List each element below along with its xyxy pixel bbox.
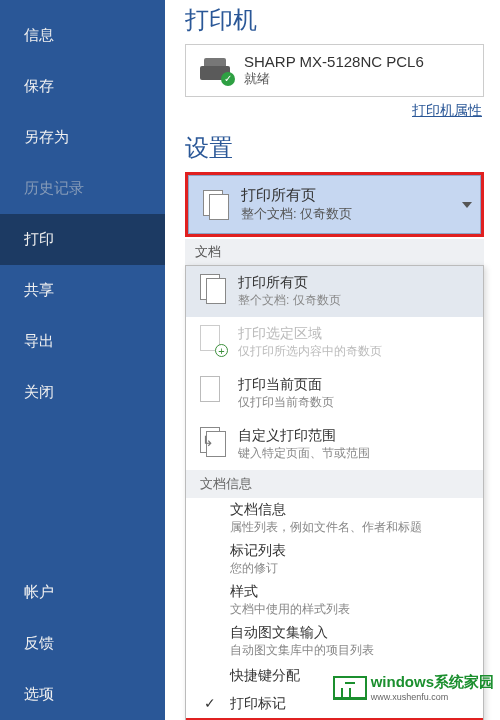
- printer-icon: ✓: [200, 58, 232, 84]
- option-print-selection: + 打印选定区域 仅打印所选内容中的奇数页: [186, 317, 483, 368]
- option-sub: 文档中使用的样式列表: [230, 601, 469, 618]
- sidebar-item-save[interactable]: 保存: [0, 61, 165, 112]
- option-title: 打印选定区域: [238, 325, 382, 343]
- chevron-down-icon: [462, 202, 472, 208]
- option-title: 自定义打印范围: [238, 427, 370, 445]
- main-panel: 打印机 ✓ SHARP MX-5128NC PCL6 就绪 打印机属性 设置 打…: [165, 0, 500, 720]
- sidebar-item-info[interactable]: 信息: [0, 10, 165, 61]
- option-print-current[interactable]: 打印当前页面 仅打印当前奇数页: [186, 368, 483, 419]
- printer-name: SHARP MX-5128NC PCL6: [244, 53, 424, 70]
- sidebar-item-options[interactable]: 选项: [0, 669, 165, 720]
- option-sub: 仅打印所选内容中的奇数页: [238, 343, 382, 360]
- settings-heading: 设置: [185, 132, 484, 164]
- dropdown-title: 打印所有页: [241, 186, 352, 205]
- option-title: 打印当前页面: [238, 376, 334, 394]
- sidebar-item-history[interactable]: 历史记录: [0, 163, 165, 214]
- doc-badge: 文档: [185, 239, 484, 265]
- sidebar-item-saveas[interactable]: 另存为: [0, 112, 165, 163]
- option-doc-info[interactable]: 文档信息 属性列表，例如文件名、作者和标题: [186, 498, 483, 539]
- printer-selector[interactable]: ✓ SHARP MX-5128NC PCL6 就绪: [185, 44, 484, 97]
- printer-heading: 打印机: [185, 4, 484, 36]
- option-sub: 仅打印当前奇数页: [238, 394, 334, 411]
- option-sub: 自动图文集库中的项目列表: [230, 642, 469, 659]
- sidebar-item-close[interactable]: 关闭: [0, 367, 165, 418]
- watermark-logo-icon: [333, 676, 367, 700]
- sidebar-item-share[interactable]: 共享: [0, 265, 165, 316]
- sidebar-item-print[interactable]: 打印: [0, 214, 165, 265]
- pages-icon: [203, 190, 229, 220]
- selection-icon: +: [200, 325, 226, 355]
- highlight-box-top: 打印所有页 整个文档: 仅奇数页: [185, 172, 484, 237]
- option-title: 自动图文集输入: [230, 624, 469, 642]
- option-markup-list[interactable]: 标记列表 您的修订: [186, 539, 483, 580]
- option-sub: 键入特定页面、节或范围: [238, 445, 370, 462]
- option-sub: 整个文档: 仅奇数页: [238, 292, 341, 309]
- option-sub: 属性列表，例如文件名、作者和标题: [230, 519, 469, 536]
- option-title: 样式: [230, 583, 469, 601]
- check-label: 打印标记: [230, 695, 286, 711]
- option-print-all[interactable]: 打印所有页 整个文档: 仅奇数页: [186, 266, 483, 317]
- dropdown-panel: 打印所有页 整个文档: 仅奇数页 + 打印选定区域 仅打印所选内容中的奇数页 打…: [185, 265, 484, 720]
- printer-status: 就绪: [244, 70, 424, 88]
- backstage-sidebar: 信息 保存 另存为 历史记录 打印 共享 导出 关闭 帐户 反馈 选项: [0, 0, 165, 720]
- watermark-url: www.xushenfu.com: [371, 692, 494, 702]
- doc-info-header: 文档信息: [186, 470, 483, 498]
- watermark-text: windows系统家园: [371, 673, 494, 690]
- printer-properties-link[interactable]: 打印机属性: [412, 102, 482, 118]
- page-icon: [200, 376, 226, 406]
- check-icon: ✓: [204, 695, 216, 711]
- option-autotext[interactable]: 自动图文集输入 自动图文集库中的项目列表: [186, 621, 483, 662]
- sidebar-item-account[interactable]: 帐户: [0, 567, 165, 618]
- sidebar-item-feedback[interactable]: 反馈: [0, 618, 165, 669]
- custom-range-icon: ↳: [200, 427, 226, 457]
- option-title: 打印所有页: [238, 274, 341, 292]
- dropdown-subtitle: 整个文档: 仅奇数页: [241, 205, 352, 223]
- option-title: 文档信息: [230, 501, 469, 519]
- option-styles[interactable]: 样式 文档中使用的样式列表: [186, 580, 483, 621]
- watermark: windows系统家园 www.xushenfu.com: [333, 673, 494, 702]
- option-custom-range[interactable]: ↳ 自定义打印范围 键入特定页面、节或范围: [186, 419, 483, 470]
- pages-icon: [200, 274, 226, 304]
- option-title: 标记列表: [230, 542, 469, 560]
- option-sub: 您的修订: [230, 560, 469, 577]
- page-range-dropdown[interactable]: 打印所有页 整个文档: 仅奇数页: [188, 175, 481, 234]
- sidebar-item-export[interactable]: 导出: [0, 316, 165, 367]
